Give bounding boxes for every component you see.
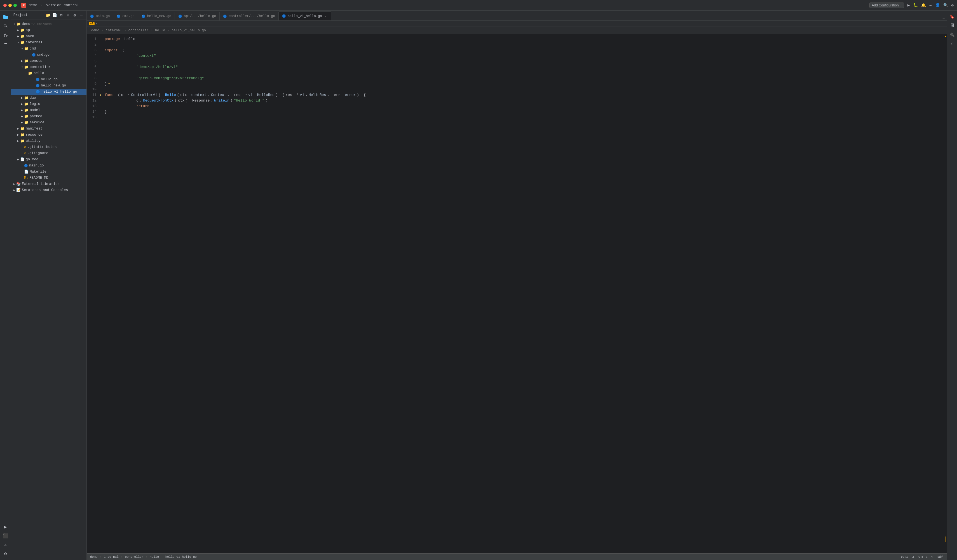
status-path3[interactable]: hello [148,555,160,558]
tree-item-utility[interactable]: ▶ 📁 utility [11,138,87,144]
project-name[interactable]: demo [28,3,37,7]
tree-item-external-libraries[interactable]: ▶ 📚 External Libraries [11,181,87,187]
status-path1[interactable]: internal [103,555,120,558]
status-line-col[interactable]: 10:1 [899,555,909,558]
expand-consts-icon: ▶ [20,59,24,63]
tree-item-cmd-folder[interactable]: ▾ 📁 cmd [11,46,87,52]
panel-action-collapse[interactable]: ⊟ [58,12,64,18]
minimize-traffic-light[interactable] [8,4,12,7]
breadcrumb-internal[interactable]: internal [105,28,123,32]
tab-close-button[interactable]: ✕ [324,14,327,18]
panel-action-new-folder[interactable]: 📁 [45,12,51,18]
tree-item-readme[interactable]: M↓ README.MD [11,175,87,181]
tree-item-gitattributes[interactable]: ⊘ .gitattributes [11,144,87,150]
tab-action-more[interactable]: ⋯ [943,16,945,21]
search-icon[interactable]: 🔍 [943,3,948,8]
sidebar-icon-more[interactable]: ⋯ [2,40,9,47]
sidebar-icon-terminal[interactable]: ⬛ [2,532,9,540]
breadcrumb-controller[interactable]: controller [127,28,150,32]
sidebar-icon-problems[interactable]: ⚠ [2,541,9,549]
tree-item-manifest[interactable]: ▶ 📁 manifest [11,126,87,132]
expand-logic-icon: ▶ [20,103,24,106]
tree-item-demo[interactable]: ▾ 📁 demo ~/Temp/demo [11,21,87,27]
status-bar: demo › internal › controller › hello › h… [87,553,947,560]
right-icon-api[interactable]: ⚡ [948,40,956,47]
tree-item-dao[interactable]: ▶ 📁 dao [11,95,87,101]
tree-item-cmd.go[interactable]: 🔵 cmd.go [11,52,87,58]
status-project[interactable]: demo [89,555,98,558]
status-indent-type[interactable]: Tab* [935,555,945,558]
tree-item-model[interactable]: ▶ 📁 model [11,107,87,113]
code-line-14: } [105,109,943,115]
status-encoding[interactable]: UTF-8 [917,555,929,558]
warning-expand[interactable]: ▾ [96,22,98,25]
right-icon-plugin[interactable]: 🔌 [948,31,956,39]
maximize-traffic-light[interactable] [13,4,17,7]
debug-icon[interactable]: 🐛 [913,3,918,8]
tab-bar: 🔵 main.go 🔵 cmd.go 🔵 hello_new.go 🔵 api/… [87,11,947,21]
settings-icon[interactable]: ⚙ [951,3,954,8]
folder-icon: 📁 [24,102,28,106]
tree-item-main.go[interactable]: 🔵 main.go [11,162,87,169]
tab-api-hello.go[interactable]: 🔵 api/.../hello.go [175,12,220,21]
sidebar-icon-search[interactable] [2,22,9,30]
version-control[interactable]: Version control [46,3,79,7]
tree-item-consts[interactable]: ▶ 📁 consts [11,58,87,64]
code-line-3: import ( [105,47,943,53]
tree-item-api[interactable]: ▶ 📁 api [11,27,87,33]
close-traffic-light[interactable] [3,4,7,7]
code-line-15 [105,115,943,120]
code-editor[interactable]: package hello import ( "context" "demo/a… [100,34,943,553]
tree-item-scratches[interactable]: ▶ 📝 Scratches and Consoles [11,187,87,193]
tree-item-controller[interactable]: ▾ 📁 controller [11,64,87,70]
panel-action-new-file[interactable]: 📄 [52,12,57,18]
tree-label: service [30,121,44,125]
status-filename[interactable]: hello_v1_hello.go [164,555,198,558]
code-line-11: ⚙ func (c *ControllerV1) Hello(ctx conte… [105,92,943,98]
tree-item-gitignore[interactable]: ⊘ .gitignore [11,150,87,156]
tree-item-hello_new.go[interactable]: 🔵 hello_new.go [11,82,87,89]
tree-item-hello.go[interactable]: 🔵 hello.go [11,76,87,82]
folder-icon: 📁 [20,34,25,39]
notification-icon[interactable]: 🔔 [921,3,926,8]
tree-label: utility [26,139,41,143]
tree-item-hello-folder[interactable]: ▾ 📁 hello [11,70,87,76]
tab-cmd.go[interactable]: 🔵 cmd.go [113,12,138,21]
tab-main.go[interactable]: 🔵 main.go [87,12,113,21]
panel-action-gear[interactable]: ⚙ [72,12,77,18]
add-configuration-button[interactable]: Add Configuration... [869,3,904,8]
panel-action-close[interactable]: ✕ [65,12,71,18]
run-icon[interactable]: ▶ [908,3,910,8]
status-path2[interactable]: controller [124,555,144,558]
tree-item-logic[interactable]: ▶ 📁 logic [11,101,87,107]
svg-point-3 [6,35,7,36]
right-icon-database[interactable]: 🗄 [948,22,956,30]
profile-icon[interactable]: 👤 [935,3,940,8]
tree-item-makefile[interactable]: 📄 Makefile [11,169,87,175]
tree-item-service[interactable]: ▶ 📁 service [11,120,87,126]
expand-cmd-icon: ▾ [20,47,24,50]
panel-action-hide[interactable]: — [79,12,84,18]
tab-hello_new.go[interactable]: 🔵 hello_new.go [138,12,175,21]
tree-item-resource[interactable]: ▶ 📁 resource [11,132,87,138]
status-indent[interactable]: 4 [930,555,934,558]
breadcrumb-hello[interactable]: hello [154,28,166,32]
sidebar-icon-run[interactable]: ▶ [2,523,9,531]
sidebar-icon-git[interactable] [2,31,9,39]
breadcrumb-demo[interactable]: demo [90,28,101,32]
tree-item-hack[interactable]: ▶ 📁 hack [11,33,87,39]
status-line-ending[interactable]: LF [910,555,916,558]
breadcrumb-filename[interactable]: hello_v1_hello.go [171,28,207,32]
right-icon-bookmark[interactable]: 🔖 [948,13,956,21]
sidebar-icon-services[interactable]: ⚙ [2,550,9,558]
sidebar-icon-folder[interactable] [2,13,9,21]
tree-label: controller [30,65,51,69]
tree-item-packed[interactable]: ▶ 📁 packed [11,113,87,120]
more-icon[interactable]: ⋯ [929,3,932,8]
tree-item-internal[interactable]: ▾ 📁 internal [11,39,87,46]
tree-label: hack [26,35,34,38]
tree-item-go.mod[interactable]: ▶ 📄 go.mod [11,156,87,162]
tab-hello_v1_hello.go[interactable]: 🔵 hello_v1_hello.go ✕ [279,11,331,21]
tree-item-hello_v1_hello.go[interactable]: 🔵 hello_v1_hello.go [11,89,87,95]
tab-controller-hello.go[interactable]: 🔵 controller/.../hello.go [220,12,279,21]
